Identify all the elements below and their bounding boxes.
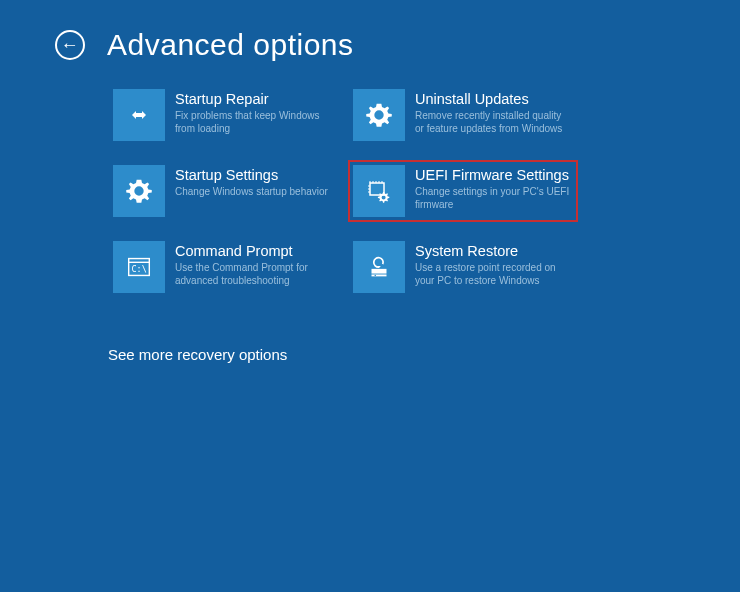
svg-rect-13: [372, 275, 387, 277]
tile-startup-settings[interactable]: Startup Settings Change Windows startup …: [108, 160, 338, 222]
see-more-recovery-options-link[interactable]: See more recovery options: [0, 298, 740, 363]
tile-desc: Remove recently installed quality or fea…: [415, 110, 570, 135]
tiles-container: Startup Repair Fix problems that keep Wi…: [0, 62, 740, 298]
tile-text: Command Prompt Use the Command Prompt fo…: [175, 241, 330, 287]
tile-desc: Change settings in your PC's UEFI firmwa…: [415, 186, 570, 211]
firmware-chip-icon: [353, 165, 405, 217]
svg-text:C:\: C:\: [132, 264, 147, 274]
tile-title: Startup Repair: [175, 91, 330, 108]
tile-title: Uninstall Updates: [415, 91, 570, 108]
tile-uefi-firmware-settings[interactable]: UEFI Firmware Settings Change settings i…: [348, 160, 578, 222]
tile-desc: Use a restore point recorded on your PC …: [415, 262, 570, 287]
page-title: Advanced options: [107, 28, 354, 62]
svg-rect-12: [372, 269, 387, 274]
tile-system-restore[interactable]: System Restore Use a restore point recor…: [348, 236, 578, 298]
svg-point-14: [375, 275, 377, 277]
tile-text: UEFI Firmware Settings Change settings i…: [415, 165, 570, 211]
back-arrow-icon: ←: [61, 36, 79, 54]
gear-icon: [113, 165, 165, 217]
back-button[interactable]: ←: [55, 30, 85, 60]
tile-text: Uninstall Updates Remove recently instal…: [415, 89, 570, 135]
tile-uninstall-updates[interactable]: Uninstall Updates Remove recently instal…: [348, 84, 578, 146]
tile-text: Startup Settings Change Windows startup …: [175, 165, 328, 199]
tile-title: System Restore: [415, 243, 570, 260]
tile-desc: Fix problems that keep Windows from load…: [175, 110, 330, 135]
tile-title: UEFI Firmware Settings: [415, 167, 570, 184]
system-restore-icon: [353, 241, 405, 293]
tile-text: Startup Repair Fix problems that keep Wi…: [175, 89, 330, 135]
tile-desc: Change Windows startup behavior: [175, 186, 328, 199]
svg-rect-0: [370, 183, 384, 195]
tile-startup-repair[interactable]: Startup Repair Fix problems that keep Wi…: [108, 84, 338, 146]
gear-icon: [353, 89, 405, 141]
tile-desc: Use the Command Prompt for advanced trou…: [175, 262, 330, 287]
tile-title: Startup Settings: [175, 167, 328, 184]
page-header: ← Advanced options: [0, 0, 740, 62]
command-prompt-icon: C:\: [113, 241, 165, 293]
tile-text: System Restore Use a restore point recor…: [415, 241, 570, 287]
startup-repair-icon: [113, 89, 165, 141]
tile-command-prompt[interactable]: C:\ Command Prompt Use the Command Promp…: [108, 236, 338, 298]
tile-title: Command Prompt: [175, 243, 330, 260]
